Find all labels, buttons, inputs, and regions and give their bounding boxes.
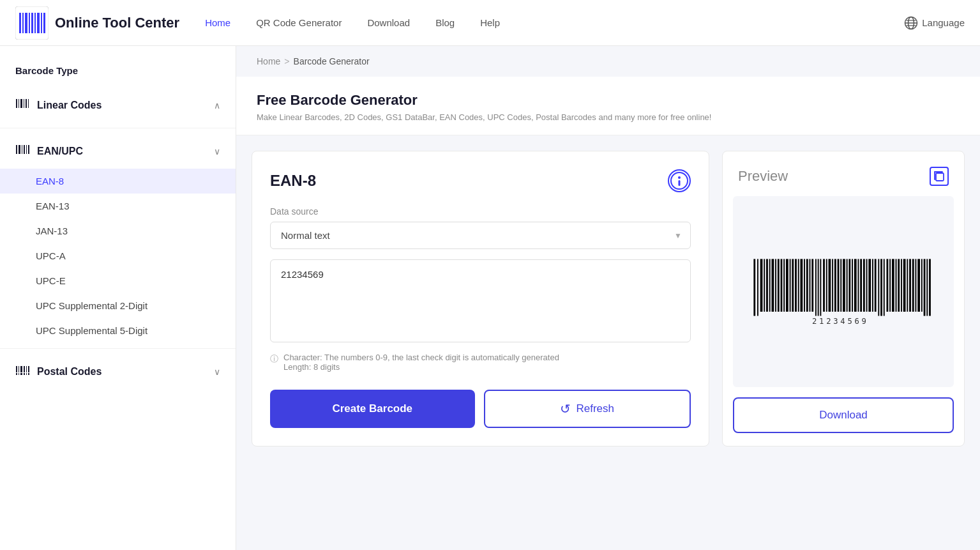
language-selector[interactable]: Language <box>904 16 965 30</box>
svg-rect-18 <box>24 99 24 108</box>
page-layout: Barcode Type Linear Codes ∧ EAN/UPC ∨ <box>0 46 980 550</box>
svg-rect-28 <box>16 373 17 375</box>
refresh-button[interactable]: ↺ Refresh <box>484 390 691 428</box>
svg-rect-44 <box>757 259 758 316</box>
svg-rect-78 <box>854 259 857 312</box>
download-button[interactable]: Download <box>733 397 954 433</box>
header: Online Tool Center Home QR Code Generato… <box>0 0 980 46</box>
svg-rect-71 <box>834 259 836 312</box>
svg-rect-52 <box>781 259 783 312</box>
barcode-preview-area: 21234569 <box>733 196 954 387</box>
svg-rect-87 <box>880 259 882 316</box>
breadcrumb-current: Barcode Generator <box>294 56 370 66</box>
barcode-type-title: EAN-8 <box>270 172 316 190</box>
sidebar-title: Barcode Type <box>0 59 236 88</box>
sidebar-item-ean-13[interactable]: EAN-13 <box>0 194 236 218</box>
breadcrumb-home[interactable]: Home <box>257 56 280 66</box>
logo-text: Online Tool Center <box>55 15 179 31</box>
nav-download[interactable]: Download <box>367 17 410 28</box>
nav-qr-code[interactable]: QR Code Generator <box>256 17 342 28</box>
svg-rect-95 <box>903 259 906 312</box>
sidebar-section-linear-codes[interactable]: Linear Codes ∧ <box>0 88 236 123</box>
svg-rect-61 <box>806 259 808 312</box>
sidebar-item-upc-supp-2[interactable]: UPC Supplemental 2-Digit <box>0 293 236 318</box>
info-hint-icon: ⓘ <box>270 353 278 365</box>
svg-rect-27 <box>16 366 17 372</box>
ean-upc-icon <box>15 142 29 160</box>
svg-rect-100 <box>917 259 920 312</box>
data-source-label: Data source <box>270 206 691 217</box>
logo-area: Online Tool Center <box>15 6 179 40</box>
divider-1 <box>0 128 236 128</box>
copy-button[interactable] <box>930 167 949 186</box>
svg-rect-51 <box>778 259 780 312</box>
preview-title: Preview <box>738 168 788 185</box>
svg-rect-9 <box>43 13 45 33</box>
svg-text:21234569: 21234569 <box>812 316 869 325</box>
svg-rect-53 <box>783 259 785 312</box>
svg-rect-54 <box>786 259 788 312</box>
create-barcode-button[interactable]: Create Barcode <box>270 390 475 428</box>
nav-home[interactable]: Home <box>205 17 230 28</box>
download-row: Download <box>723 397 964 446</box>
svg-rect-8 <box>41 13 42 33</box>
svg-rect-56 <box>792 259 794 312</box>
svg-rect-38 <box>28 373 29 375</box>
globe-icon <box>904 16 918 30</box>
linear-codes-icon <box>15 96 29 114</box>
postal-codes-chevron: ∨ <box>214 367 220 377</box>
svg-rect-16 <box>19 99 19 108</box>
page-title: Free Barcode Generator <box>257 92 960 109</box>
main-nav: Home QR Code Generator Download Blog Hel… <box>205 17 904 28</box>
svg-rect-4 <box>29 13 30 33</box>
sidebar: Barcode Type Linear Codes ∧ EAN/UPC ∨ <box>0 46 236 550</box>
page-subtitle: Make Linear Barcodes, 2D Codes, GS1 Data… <box>257 112 960 122</box>
main-content: Home > Barcode Generator Free Barcode Ge… <box>236 46 980 550</box>
svg-rect-69 <box>829 259 831 312</box>
sidebar-section-ean-label: EAN/UPC <box>37 146 83 157</box>
svg-rect-80 <box>860 259 862 312</box>
info-button[interactable] <box>668 169 691 192</box>
svg-rect-45 <box>760 259 763 312</box>
nav-blog[interactable]: Blog <box>435 17 455 28</box>
sidebar-item-upc-e[interactable]: UPC-E <box>0 268 236 293</box>
svg-rect-96 <box>907 259 908 312</box>
generator-area: EAN-8 Data source Normal text He <box>252 151 965 447</box>
svg-rect-32 <box>20 373 22 375</box>
sidebar-section-linear-label: Linear Codes <box>37 100 102 111</box>
svg-rect-103 <box>926 259 928 316</box>
svg-rect-99 <box>916 259 917 312</box>
svg-rect-70 <box>832 259 833 312</box>
svg-rect-57 <box>795 259 797 312</box>
nav-help[interactable]: Help <box>480 17 500 28</box>
sidebar-item-upc-a[interactable]: UPC-A <box>0 243 236 268</box>
info-icon <box>669 171 690 191</box>
svg-rect-94 <box>901 259 902 312</box>
sidebar-item-ean-8[interactable]: EAN-8 <box>0 169 236 194</box>
svg-rect-74 <box>843 259 845 312</box>
svg-rect-36 <box>26 373 27 375</box>
svg-rect-64 <box>815 259 817 316</box>
svg-rect-35 <box>26 366 27 372</box>
svg-rect-102 <box>924 259 926 316</box>
svg-rect-37 <box>28 366 29 372</box>
sidebar-section-ean-upc[interactable]: EAN/UPC ∨ <box>0 134 236 169</box>
sidebar-item-jan-13[interactable]: JAN-13 <box>0 218 236 243</box>
gen-panel: EAN-8 Data source Normal text He <box>252 151 709 447</box>
svg-rect-50 <box>775 259 776 312</box>
data-source-select[interactable]: Normal text Hexadecimal Base64 <box>270 222 691 249</box>
barcode-input[interactable]: 21234569 <box>270 259 691 342</box>
svg-rect-92 <box>896 259 897 312</box>
refresh-icon: ↺ <box>560 401 571 416</box>
sidebar-item-upc-supp-5[interactable]: UPC Supplemental 5-Digit <box>0 318 236 343</box>
svg-rect-58 <box>798 259 799 312</box>
svg-rect-91 <box>892 259 894 312</box>
svg-rect-82 <box>866 259 868 312</box>
sidebar-section-postal-codes[interactable]: Postal Codes ∨ <box>0 354 236 389</box>
preview-header: Preview <box>723 151 964 196</box>
hint-line2: Length: 8 digits <box>283 362 559 372</box>
svg-rect-88 <box>884 259 885 316</box>
svg-rect-19 <box>26 99 27 108</box>
data-source-wrapper: Normal text Hexadecimal Base64 ▼ <box>270 222 691 249</box>
barcode-image: 21234569 <box>748 250 939 333</box>
